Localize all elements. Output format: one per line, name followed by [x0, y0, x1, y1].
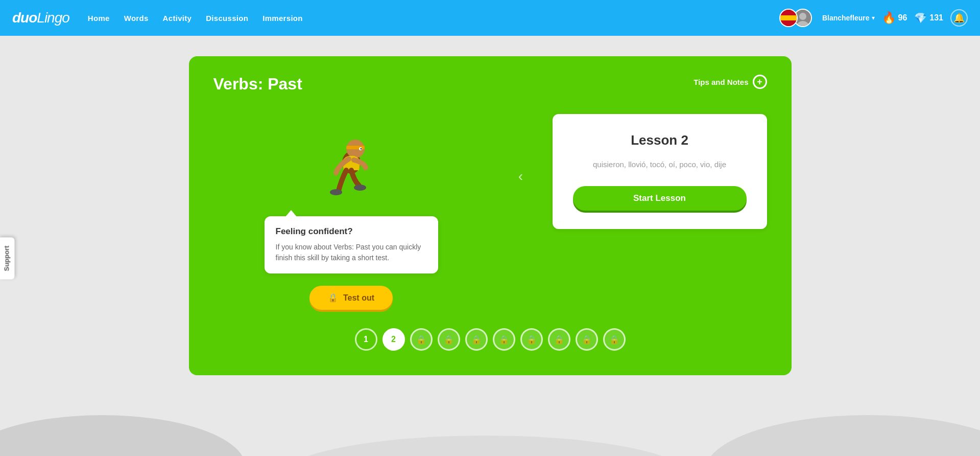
lesson-panel: Lesson 2 quisieron, llovió, tocó, oí, po…	[553, 114, 767, 229]
gem-icon: 💎	[914, 12, 927, 24]
svg-point-4	[705, 415, 980, 456]
chevron-down-icon: ▾	[872, 14, 875, 21]
card-title: Verbs: Past	[213, 75, 302, 94]
nav: Home Words Activity Discussion Immersion	[88, 12, 779, 25]
lock-icon: 🔒	[444, 335, 454, 345]
lesson-number: Lesson 2	[631, 132, 688, 148]
start-lesson-button[interactable]: Start Lesson	[573, 186, 747, 211]
lesson-card: Verbs: Past Tips and Notes +	[189, 56, 792, 375]
runner-character	[310, 124, 392, 206]
progress-dot-8[interactable]: 🔒	[576, 328, 598, 351]
lock-icon: 🔒	[609, 335, 619, 345]
lesson-words: quisieron, llovió, tocó, oí, poco, vio, …	[593, 158, 726, 171]
svg-point-3	[0, 415, 245, 456]
lock-icon: 🔒	[471, 335, 482, 345]
nav-arrow-left[interactable]: ‹	[510, 165, 532, 188]
streak-count: 96	[898, 13, 907, 22]
progress-dot-1[interactable]: 2	[383, 328, 405, 351]
username-area[interactable]: Blanchefleure ▾	[822, 14, 875, 22]
nav-immersion[interactable]: Immersion	[262, 12, 303, 25]
streak-stat: 🔥 96	[882, 11, 907, 25]
header: duoLingo Home Words Activity Discussion …	[0, 0, 980, 36]
progress-dot-2[interactable]: 🔒	[410, 328, 433, 351]
tips-plus-icon: +	[753, 75, 767, 89]
bubble-title: Feeling confident?	[276, 226, 427, 237]
nav-words[interactable]: Words	[124, 12, 149, 25]
logo[interactable]: duoLingo	[12, 10, 69, 26]
svg-point-1	[799, 13, 806, 20]
notification-bell[interactable]: 🔔	[950, 9, 968, 27]
progress-dot-9[interactable]: 🔒	[603, 328, 626, 351]
gems-count: 131	[929, 13, 943, 22]
test-out-label: Test out	[343, 293, 374, 303]
progress-dot-5[interactable]: 🔒	[493, 328, 515, 351]
progress-dot-6[interactable]: 🔒	[520, 328, 543, 351]
header-right: Blanchefleure ▾ 🔥 96 💎 131 🔔	[779, 9, 968, 27]
main-content: Verbs: Past Tips and Notes +	[0, 36, 980, 456]
progress-dot-7[interactable]: 🔒	[548, 328, 570, 351]
username: Blanchefleure	[822, 14, 870, 22]
lock-icon: 🔒	[527, 335, 537, 345]
flag-icon	[779, 9, 798, 27]
bg-hills	[0, 395, 980, 456]
support-tab[interactable]: Support	[0, 238, 14, 280]
lock-small-icon: 🔒	[328, 293, 338, 303]
card-header: Verbs: Past Tips and Notes +	[213, 75, 767, 94]
svg-point-12	[354, 185, 366, 191]
gems-stat: 💎 131	[914, 12, 943, 24]
lock-icon: 🔒	[582, 335, 592, 345]
lock-icon: 🔒	[416, 335, 426, 345]
progress-dot-0[interactable]: 1	[355, 328, 377, 351]
progress-dots: 12🔒🔒🔒🔒🔒🔒🔒🔒	[355, 328, 626, 351]
test-out-button[interactable]: 🔒 Test out	[309, 286, 393, 310]
tips-notes-button[interactable]: Tips and Notes +	[694, 75, 767, 89]
avatar-group[interactable]	[779, 9, 812, 27]
confidence-bubble: Feeling confident? If you know about Ver…	[265, 216, 438, 273]
progress-dot-4[interactable]: 🔒	[465, 328, 488, 351]
tips-notes-label: Tips and Notes	[694, 78, 748, 86]
svg-point-11	[330, 189, 342, 195]
svg-point-10	[360, 148, 362, 150]
flame-icon: 🔥	[882, 11, 896, 25]
svg-point-5	[281, 436, 689, 456]
nav-discussion[interactable]: Discussion	[206, 12, 248, 25]
lock-icon: 🔒	[554, 335, 564, 345]
bubble-text: If you know about Verbs: Past you can qu…	[276, 242, 427, 263]
lock-icon: 🔒	[499, 335, 509, 345]
card-left: Feeling confident? If you know about Ver…	[213, 114, 489, 310]
card-body: Feeling confident? If you know about Ver…	[213, 114, 767, 310]
progress-dot-3[interactable]: 🔒	[438, 328, 460, 351]
nav-activity[interactable]: Activity	[163, 12, 192, 25]
nav-home[interactable]: Home	[88, 12, 110, 25]
